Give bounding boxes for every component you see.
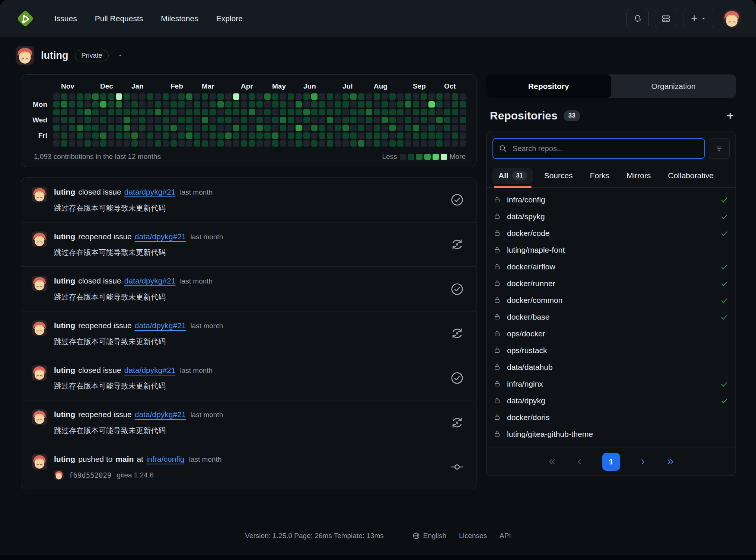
language-link[interactable]: English bbox=[412, 532, 446, 540]
contribution-cell bbox=[382, 109, 388, 115]
repo-search-input[interactable] bbox=[512, 144, 699, 153]
contribution-cell bbox=[194, 132, 200, 139]
repo-name: ops/rustack bbox=[507, 346, 729, 355]
admin-panel-button[interactable] bbox=[655, 9, 677, 28]
contribution-cell bbox=[108, 132, 114, 139]
repo-row[interactable]: docker/airflow bbox=[493, 258, 729, 275]
nav-link-milestones[interactable]: Milestones bbox=[153, 10, 205, 27]
contribution-cell bbox=[288, 93, 294, 100]
contribution-cell bbox=[389, 125, 396, 131]
last-page-button[interactable] bbox=[666, 457, 675, 467]
heatmap-week-column bbox=[311, 93, 318, 147]
profile-username[interactable]: luting bbox=[41, 50, 68, 61]
commit-author-avatar[interactable] bbox=[54, 470, 64, 480]
feed-repo-link[interactable]: data/dpykg#21 bbox=[135, 320, 186, 330]
feed-actor-link[interactable]: luting bbox=[54, 320, 75, 330]
contribution-cell bbox=[327, 117, 333, 123]
prev-page-button[interactable] bbox=[575, 457, 584, 467]
main-nav: IssuesPull RequestsMilestonesExplore bbox=[47, 10, 250, 27]
feed-repo-link[interactable]: data/dpykg#21 bbox=[135, 231, 186, 241]
next-page-button[interactable] bbox=[638, 457, 648, 467]
feed-actor-link[interactable]: luting bbox=[54, 365, 75, 375]
feed-repo-link[interactable]: data/dpykg#21 bbox=[124, 276, 176, 286]
repo-row[interactable]: infra/nginx bbox=[493, 375, 729, 392]
commit-hash-link[interactable]: f69d552029 bbox=[69, 471, 111, 479]
contribution-cell bbox=[319, 109, 325, 115]
filter-tab-collaborative[interactable]: Collaborative bbox=[662, 167, 720, 187]
feed-avatar[interactable] bbox=[32, 276, 47, 291]
repo-row[interactable]: data/spykg bbox=[493, 208, 729, 225]
contribution-cell bbox=[249, 140, 255, 147]
repo-row[interactable]: docker/common bbox=[493, 292, 729, 308]
licenses-link[interactable]: Licenses bbox=[459, 532, 487, 540]
contribution-cell bbox=[210, 101, 216, 108]
feed-repo-link[interactable]: infra/config bbox=[146, 454, 185, 464]
repo-name: docker/doris bbox=[507, 413, 729, 422]
repo-row[interactable]: ops/docker bbox=[493, 325, 729, 342]
repo-row[interactable]: docker/doris bbox=[493, 409, 729, 426]
feed-item-title: lutingreopened issuedata/dpykg#21last mo… bbox=[54, 409, 442, 420]
create-new-button[interactable]: + bbox=[683, 9, 714, 28]
profile-avatar[interactable] bbox=[16, 46, 34, 65]
repo-row[interactable]: data/dpykg bbox=[493, 392, 729, 409]
repo-row[interactable]: docker/runner bbox=[493, 275, 729, 292]
feed-avatar[interactable] bbox=[32, 187, 47, 202]
contribution-cell bbox=[53, 132, 60, 139]
filter-tab-forks[interactable]: Forks bbox=[584, 167, 616, 187]
feed-avatar[interactable] bbox=[32, 409, 47, 425]
contribution-cell bbox=[397, 140, 403, 147]
feed-repo-link[interactable]: data/dpykg#21 bbox=[135, 409, 186, 419]
repo-row[interactable]: luting/gitea-github-theme bbox=[493, 426, 729, 442]
profile-dropdown-icon[interactable] bbox=[117, 52, 124, 59]
filter-tab-all[interactable]: All31 bbox=[492, 166, 533, 187]
check-icon bbox=[720, 212, 729, 221]
repo-filter-button[interactable] bbox=[709, 138, 730, 159]
repo-row[interactable]: docker/code bbox=[493, 225, 729, 241]
feed-actor-link[interactable]: luting bbox=[54, 276, 75, 286]
feed-repo-link[interactable]: data/dpykg#21 bbox=[124, 187, 176, 197]
filter-tab-label: Collaborative bbox=[668, 171, 714, 180]
contribution-cell bbox=[233, 93, 239, 100]
heatmap-week-column bbox=[350, 93, 357, 147]
contribution-cell bbox=[225, 93, 232, 100]
feed-actor-link[interactable]: luting bbox=[54, 409, 75, 419]
tab-organization[interactable]: Organization bbox=[611, 74, 736, 98]
repo-row[interactable]: ops/rustack bbox=[493, 342, 729, 359]
repo-search[interactable] bbox=[492, 138, 705, 159]
add-repository-button[interactable]: + bbox=[727, 110, 734, 122]
heatmap-week-column bbox=[272, 93, 278, 147]
filter-tab-mirrors[interactable]: Mirrors bbox=[621, 167, 657, 187]
repo-row[interactable]: luting/maple-font bbox=[493, 241, 729, 258]
contribution-cell bbox=[178, 93, 185, 100]
feed-avatar[interactable] bbox=[32, 320, 47, 336]
feed-avatar[interactable] bbox=[32, 365, 47, 381]
current-page[interactable]: 1 bbox=[602, 453, 620, 471]
contribution-cell bbox=[303, 117, 310, 123]
feed-actor-link[interactable]: luting bbox=[54, 187, 75, 197]
repo-list: infra/configdata/spykgdocker/codeluting/… bbox=[487, 188, 736, 445]
nav-link-issues[interactable]: Issues bbox=[47, 10, 84, 27]
tab-repository[interactable]: Repository bbox=[486, 74, 611, 98]
gitea-logo[interactable] bbox=[15, 8, 36, 29]
repo-row[interactable]: docker/base bbox=[493, 308, 729, 325]
contribution-cell bbox=[296, 132, 302, 139]
feed-item-title: lutingclosed issuedata/dpykg#21last mont… bbox=[54, 276, 442, 286]
feed-repo-link[interactable]: data/dpykg#21 bbox=[124, 365, 176, 375]
repo-row[interactable]: data/datahub bbox=[493, 359, 729, 375]
feed-avatar[interactable] bbox=[32, 231, 47, 247]
nav-link-pull-requests[interactable]: Pull Requests bbox=[87, 10, 151, 27]
contribution-grid[interactable] bbox=[53, 93, 466, 147]
double-chevron-right-icon bbox=[666, 457, 675, 467]
repo-row[interactable]: infra/config bbox=[493, 191, 729, 208]
user-avatar[interactable] bbox=[722, 9, 741, 28]
feed-avatar[interactable] bbox=[32, 454, 47, 470]
nav-link-explore[interactable]: Explore bbox=[209, 10, 250, 27]
feed-actor-link[interactable]: luting bbox=[54, 231, 75, 241]
contribution-cell bbox=[147, 140, 153, 147]
api-link[interactable]: API bbox=[500, 532, 511, 540]
notifications-button[interactable] bbox=[626, 9, 649, 28]
first-page-button[interactable] bbox=[547, 457, 557, 467]
filter-tab-sources[interactable]: Sources bbox=[538, 167, 579, 187]
feed-actor-link[interactable]: luting bbox=[54, 454, 75, 464]
contribution-cell bbox=[186, 132, 192, 139]
